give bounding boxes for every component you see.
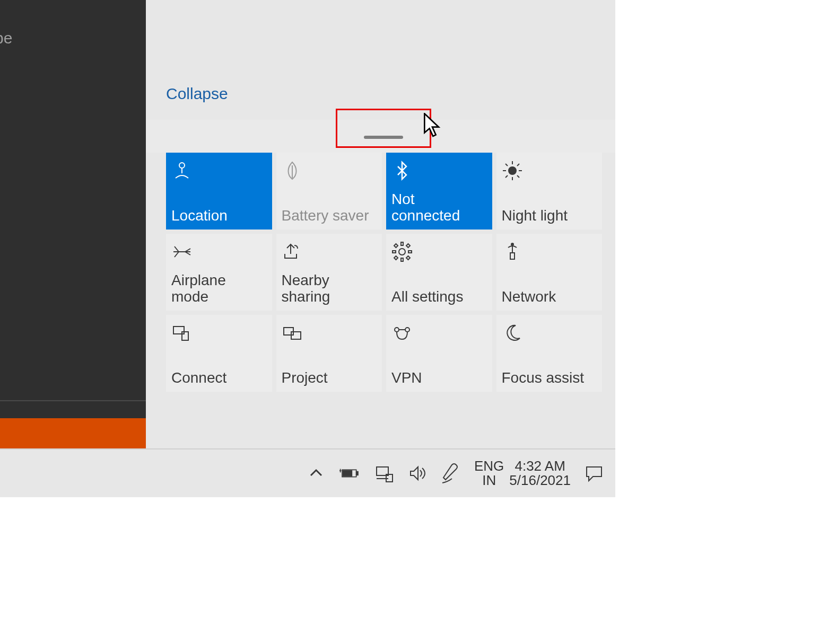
clock-date: 5/16/2021 (509, 473, 571, 488)
language-bottom: IN (474, 473, 504, 488)
vpn-icon (391, 322, 487, 346)
vpn-tile-label: VPN (391, 370, 487, 386)
connect-icon (171, 322, 267, 346)
nearby-sharing-tile[interactable]: Nearby sharing (276, 234, 382, 311)
quick-action-tiles: Location Battery saver Not connected (166, 153, 602, 396)
airplane-mode-tile[interactable]: Airplane mode (166, 234, 272, 311)
svg-rect-32 (343, 471, 352, 476)
svg-rect-16 (408, 251, 412, 253)
share-icon (282, 241, 377, 264)
taskbar: ENG IN 4:32 AM 5/16/2021 (0, 448, 615, 497)
bluetooth-icon (391, 160, 487, 183)
focus-assist-tile-label: Focus assist (502, 370, 597, 386)
svg-point-1 (179, 163, 185, 168)
project-tile[interactable]: Project (276, 315, 382, 392)
svg-rect-19 (406, 244, 410, 248)
svg-rect-20 (394, 256, 398, 260)
battery-saver-tile-label: Battery saver (282, 208, 377, 224)
location-tile-label: Location (171, 208, 267, 224)
tray-overflow-button[interactable] (301, 458, 331, 488)
svg-line-9 (517, 175, 519, 178)
all-settings-tile-label: All settings (391, 289, 487, 305)
airplane-mode-tile-label: Airplane mode (171, 272, 267, 305)
leaf-icon (282, 160, 377, 183)
svg-point-3 (509, 167, 516, 174)
svg-rect-25 (182, 332, 188, 340)
gear-icon (391, 241, 487, 264)
annotation-highlight-box (336, 109, 431, 148)
battery-saver-tile[interactable]: Battery saver (276, 153, 382, 230)
clock[interactable]: 4:32 AM 5/16/2021 (509, 459, 571, 488)
svg-point-28 (395, 328, 399, 332)
mouse-cursor-icon (424, 113, 441, 138)
location-icon (171, 160, 267, 183)
location-tile[interactable]: Location (166, 153, 272, 230)
svg-rect-31 (356, 472, 358, 475)
bluetooth-tile-label: Not connected (391, 191, 487, 224)
background-app-partial-label: pe (0, 29, 12, 47)
action-center-header-area: Collapse (146, 0, 615, 120)
volume-tray-icon[interactable] (403, 458, 433, 488)
language-indicator[interactable]: ENG IN (474, 459, 504, 488)
network-icon (502, 241, 597, 264)
svg-point-12 (399, 249, 405, 255)
sun-icon (502, 160, 597, 183)
notifications-button[interactable] (578, 457, 610, 489)
bluetooth-tile[interactable]: Not connected (386, 153, 492, 230)
network-tile[interactable]: Network (496, 234, 603, 311)
svg-line-10 (517, 164, 519, 166)
project-icon (282, 322, 377, 346)
vpn-tile[interactable]: VPN (386, 315, 492, 392)
svg-line-11 (505, 175, 508, 178)
background-app-orange-bar (0, 418, 146, 448)
nearby-sharing-tile-label: Nearby sharing (282, 272, 377, 305)
battery-tray-icon[interactable] (335, 458, 365, 488)
project-tile-label: Project (282, 370, 377, 386)
svg-point-23 (511, 243, 513, 245)
svg-line-8 (505, 164, 508, 166)
svg-rect-14 (401, 258, 403, 261)
connect-tile-label: Connect (171, 370, 267, 386)
collapse-button[interactable]: Collapse (166, 85, 228, 103)
svg-rect-18 (406, 256, 410, 260)
airplane-icon (171, 241, 267, 264)
pen-tray-icon[interactable] (437, 458, 467, 488)
clock-time: 4:32 AM (509, 459, 571, 473)
network-tray-icon[interactable] (369, 458, 399, 488)
focus-assist-tile[interactable]: Focus assist (496, 315, 603, 392)
moon-icon (502, 322, 597, 346)
network-tile-label: Network (502, 289, 597, 305)
svg-point-29 (405, 328, 409, 332)
svg-marker-0 (424, 113, 439, 136)
connect-tile[interactable]: Connect (166, 315, 272, 392)
night-light-tile[interactable]: Night light (496, 153, 603, 230)
svg-rect-21 (510, 253, 515, 259)
svg-rect-13 (401, 242, 403, 245)
language-top: ENG (474, 459, 504, 473)
svg-rect-15 (393, 251, 396, 253)
background-app-strip: pe (0, 0, 146, 448)
all-settings-tile[interactable]: All settings (386, 234, 492, 311)
night-light-tile-label: Night light (502, 208, 597, 224)
svg-rect-17 (394, 244, 398, 248)
background-app-divider (0, 400, 146, 401)
